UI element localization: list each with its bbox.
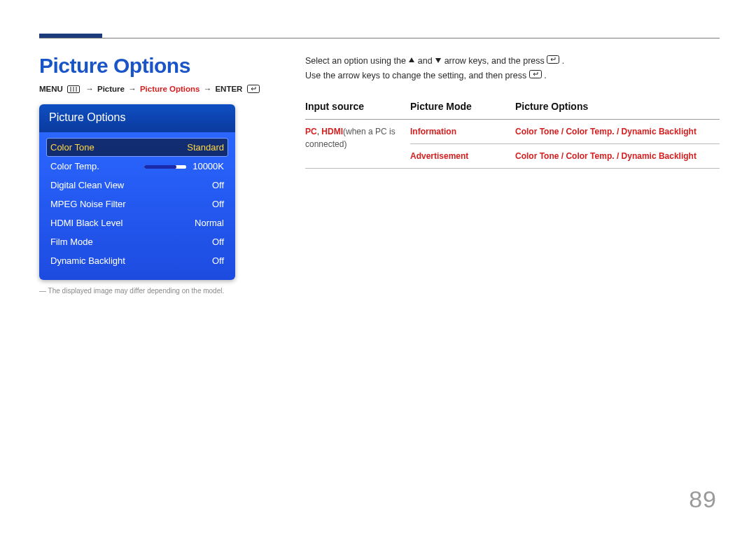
enter-icon <box>547 54 559 69</box>
svg-marker-5 <box>409 57 414 62</box>
crumb-picture-options: Picture Options <box>140 85 200 93</box>
instruction-line-2: Use the arrow keys to change the setting… <box>305 69 720 83</box>
th-input-source: Input source <box>305 97 410 120</box>
instructions: Select an option using the and arrow key… <box>305 54 720 84</box>
menu-icon <box>67 85 80 94</box>
osd-value: 10000K <box>192 161 224 171</box>
crumb-enter: ENTER <box>215 85 242 93</box>
osd-label: Dynamic Backlight <box>50 255 125 266</box>
top-rule <box>39 38 720 38</box>
osd-value: Off <box>212 255 224 266</box>
osd-value: Off <box>212 180 224 190</box>
osd-row-dynamic-backlight[interactable]: Dynamic Backlight Off <box>46 251 228 270</box>
svg-marker-6 <box>435 58 441 63</box>
osd-value: Off <box>212 199 224 209</box>
osd-row-film-mode[interactable]: Film Mode Off <box>46 232 228 251</box>
page-number: 89 <box>689 486 717 513</box>
osd-value: Standard <box>187 142 224 153</box>
osd-title: Picture Options <box>39 104 235 132</box>
table-row: PC, HDMI(when a PC is connected) Informa… <box>305 119 720 143</box>
osd-label: Color Tone <box>50 142 94 153</box>
breadcrumb: MENU → Picture → Picture Options → ENTER <box>39 85 277 94</box>
osd-row-mpeg-noise-filter[interactable]: MPEG Noise Filter Off <box>46 195 228 213</box>
osd-label: Color Temp. <box>50 161 99 171</box>
slider-icon <box>144 165 186 169</box>
cell-picture-options: Color Tone / Color Temp. / Dynamic Backl… <box>515 143 720 168</box>
th-picture-mode: Picture Mode <box>410 97 515 120</box>
down-arrow-icon <box>435 54 442 69</box>
osd-label: HDMI Black Level <box>50 218 122 228</box>
osd-label: Digital Clean View <box>50 180 124 190</box>
osd-row-digital-clean-view[interactable]: Digital Clean View Off <box>46 176 228 195</box>
options-table: Input source Picture Mode Picture Option… <box>305 97 720 169</box>
osd-row-color-temp[interactable]: Color Temp. 10000K <box>46 157 228 176</box>
enter-icon <box>247 85 260 94</box>
osd-row-hdmi-black-level[interactable]: HDMI Black Level Normal <box>46 213 228 232</box>
instruction-line-1: Select an option using the and arrow key… <box>305 54 720 69</box>
up-arrow-icon <box>408 54 415 69</box>
cell-picture-options: Color Tone / Color Temp. / Dynamic Backl… <box>515 119 720 143</box>
cell-picture-mode: Advertisement <box>410 143 515 168</box>
footnote: ― The displayed image may differ dependi… <box>39 287 277 295</box>
osd-value: Normal <box>195 218 224 228</box>
osd-label: MPEG Noise Filter <box>50 199 126 209</box>
cell-input-source: PC, HDMI(when a PC is connected) <box>305 119 410 168</box>
osd-row-color-tone[interactable]: Color Tone Standard <box>46 138 228 157</box>
osd-body: Color Tone Standard Color Temp. 10000K D… <box>39 132 235 280</box>
table-header-row: Input source Picture Mode Picture Option… <box>305 97 720 120</box>
cell-picture-mode: Information <box>410 119 515 143</box>
enter-icon <box>529 69 542 83</box>
osd-label: Film Mode <box>50 237 93 247</box>
th-picture-options: Picture Options <box>515 97 720 120</box>
osd-value: Off <box>212 237 224 247</box>
crumb-menu: MENU <box>39 85 63 93</box>
page-title: Picture Options <box>39 54 277 78</box>
crumb-picture: Picture <box>97 85 125 93</box>
osd-value-wrap: 10000K <box>144 161 224 171</box>
osd-panel: Picture Options Color Tone Standard Colo… <box>39 104 235 280</box>
